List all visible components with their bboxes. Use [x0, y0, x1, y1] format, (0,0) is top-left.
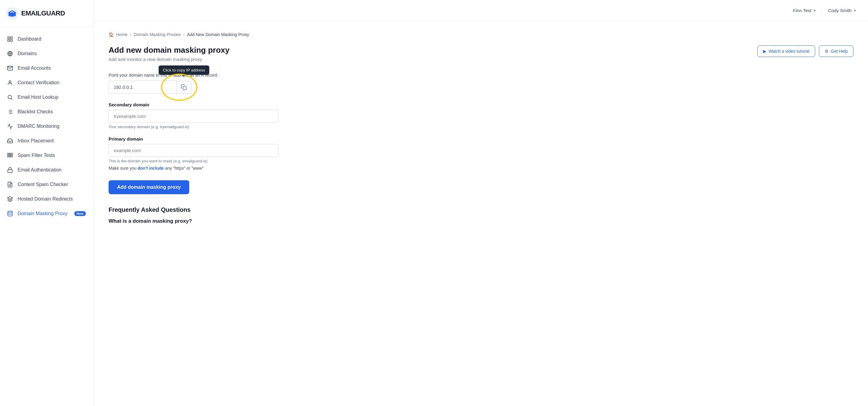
- sidebar-item-email-host-lookup[interactable]: Email Host Lookup: [0, 90, 94, 104]
- list-icon: [7, 108, 13, 115]
- svg-rect-20: [11, 156, 12, 157]
- activity-icon: [7, 123, 13, 130]
- new-badge: New: [74, 211, 86, 216]
- page-title: Add new domain masking proxy: [108, 45, 229, 55]
- sidebar-item-dmarc-monitoring[interactable]: DMARC Monitoring: [0, 119, 94, 134]
- sidebar-nav: Dashboard Domains Email Accounts Contact…: [0, 27, 94, 406]
- svg-rect-26: [183, 86, 187, 90]
- emailguard-logo-icon: [6, 7, 18, 20]
- lock-icon: [7, 167, 13, 173]
- sidebar-item-label: Email Authentication: [18, 167, 62, 173]
- home-icon: 🏠: [108, 32, 114, 37]
- watch-video-button[interactable]: ▶ Watch a video tutorial: [757, 45, 815, 57]
- svg-point-25: [8, 211, 12, 213]
- sidebar-item-content-spam-checker[interactable]: Content Spam Checker: [0, 177, 94, 192]
- primary-domain-hint: This is the domain you want to mask (e.g…: [108, 159, 321, 163]
- secondary-domain-group: Secondary domain Your secondary domain (…: [108, 102, 321, 129]
- secondary-domain-label: Secondary domain: [108, 102, 321, 107]
- ip-address-field[interactable]: [108, 80, 177, 94]
- filter-icon: [7, 152, 13, 159]
- svg-rect-16: [9, 153, 11, 155]
- breadcrumb-sep2: ›: [183, 32, 185, 37]
- sidebar-item-blacklist-checks[interactable]: Blacklist Checks: [0, 104, 94, 119]
- sidebar-item-email-authentication[interactable]: Email Authentication: [0, 163, 94, 177]
- file-icon: [7, 181, 13, 188]
- breadcrumb-sep1: ›: [130, 32, 131, 37]
- svg-rect-3: [8, 40, 10, 41]
- user-icon: [7, 79, 13, 86]
- main-content: Finn Test ▾ Cody Smith ▾ 🏠 Home › Domain…: [94, 0, 868, 406]
- sidebar-item-domains[interactable]: Domains: [0, 46, 94, 61]
- primary-domain-label: Primary domain: [108, 136, 321, 141]
- globe-icon: [7, 50, 13, 57]
- warning-bold: don't include: [138, 166, 164, 171]
- sidebar-item-email-accounts[interactable]: Email Accounts: [0, 61, 94, 75]
- mail-icon: [7, 65, 13, 71]
- svg-rect-4: [11, 40, 12, 41]
- sidebar-item-label: Contact Verification: [18, 80, 59, 86]
- get-help-label: Get Help: [831, 49, 848, 54]
- sidebar-item-dashboard[interactable]: Dashboard: [0, 32, 94, 46]
- user2-selector[interactable]: Cody Smith ▾: [828, 8, 856, 13]
- breadcrumb-home[interactable]: Home: [116, 32, 127, 37]
- secondary-domain-hint: Your secondary domain (e.g. tryemailguar…: [108, 125, 321, 129]
- sidebar-item-label: Domains: [18, 51, 37, 56]
- sidebar-item-label: Dashboard: [18, 36, 41, 42]
- svg-rect-17: [11, 153, 12, 155]
- submit-label: Add domain masking proxy: [117, 184, 181, 190]
- form-section: Point your domain name to this IP addres…: [108, 73, 321, 224]
- secondary-domain-input[interactable]: [108, 110, 278, 123]
- logo-text: EMAILGUARD: [21, 9, 65, 17]
- inbox-icon: [7, 138, 13, 144]
- page-actions: ▶ Watch a video tutorial ⚙ Get Help: [757, 45, 854, 57]
- page-content: 🏠 Home › Domain Masking Proxies › Add Ne…: [94, 21, 868, 406]
- sidebar-item-domain-masking-proxy[interactable]: Domain Masking Proxy New: [0, 206, 94, 221]
- sidebar-item-label: Inbox Placement: [18, 138, 54, 144]
- svg-rect-15: [8, 153, 9, 155]
- warning-text: Make sure you don't include any "https" …: [108, 166, 321, 171]
- svg-rect-1: [8, 37, 10, 39]
- sidebar-item-spam-filter-tests[interactable]: Spam Filter Tests: [0, 148, 94, 163]
- page-title-block: Add new domain masking proxy Add and mon…: [108, 45, 229, 62]
- logo-area: EMAILGUARD: [0, 0, 94, 27]
- watch-video-label: Watch a video tutorial: [769, 49, 809, 54]
- user1-name: Finn Test: [793, 8, 812, 13]
- help-icon: ⚙: [825, 49, 829, 54]
- ip-input-wrapper: Click to copy IP address: [108, 80, 191, 94]
- sidebar-item-label: Hosted Domain Redirects: [18, 196, 73, 202]
- faq-question-1: What is a domain masking proxy?: [108, 218, 321, 224]
- user1-chevron-icon: ▾: [814, 8, 815, 13]
- svg-point-8: [8, 95, 11, 99]
- svg-rect-18: [8, 156, 9, 157]
- header: Finn Test ▾ Cody Smith ▾: [94, 0, 868, 21]
- breadcrumb: 🏠 Home › Domain Masking Proxies › Add Ne…: [108, 32, 854, 37]
- user1-selector[interactable]: Finn Test ▾: [793, 8, 816, 13]
- grid-icon: [7, 36, 13, 42]
- submit-button[interactable]: Add domain masking proxy: [108, 180, 189, 194]
- breadcrumb-parent[interactable]: Domain Masking Proxies: [134, 32, 181, 37]
- sidebar: EMAILGUARD Dashboard Domains Email Accou…: [0, 0, 94, 406]
- sidebar-item-inbox-placement[interactable]: Inbox Placement: [0, 134, 94, 148]
- faq-title: Frequently Asked Questions: [108, 206, 321, 213]
- sidebar-item-label: DMARC Monitoring: [18, 124, 59, 129]
- search-icon: [7, 94, 13, 101]
- page-header: Add new domain masking proxy Add and mon…: [108, 45, 854, 62]
- ip-label: Point your domain name to this IP addres…: [108, 73, 321, 77]
- sidebar-item-contact-verification[interactable]: Contact Verification: [0, 75, 94, 90]
- get-help-button[interactable]: ⚙ Get Help: [819, 45, 854, 57]
- database-icon: [7, 210, 13, 217]
- user2-chevron-icon: ▾: [854, 8, 856, 13]
- page-subtitle: Add and monitor a new domain masking pro…: [108, 57, 229, 62]
- sidebar-item-label: Email Host Lookup: [18, 95, 58, 100]
- primary-domain-input[interactable]: [108, 144, 278, 157]
- layers-icon: [7, 196, 13, 202]
- sidebar-item-label: Content Spam Checker: [18, 182, 68, 187]
- svg-rect-19: [9, 156, 11, 157]
- sidebar-item-hosted-domain-redirects[interactable]: Hosted Domain Redirects: [0, 192, 94, 206]
- header-divider: [822, 7, 822, 14]
- sidebar-item-label: Spam Filter Tests: [18, 153, 55, 158]
- ip-row: Point your domain name to this IP addres…: [108, 73, 321, 94]
- copy-ip-button[interactable]: Click to copy IP address: [177, 81, 191, 94]
- svg-marker-24: [8, 197, 13, 199]
- breadcrumb-current: Add New Domain Masking Proxy: [187, 32, 249, 37]
